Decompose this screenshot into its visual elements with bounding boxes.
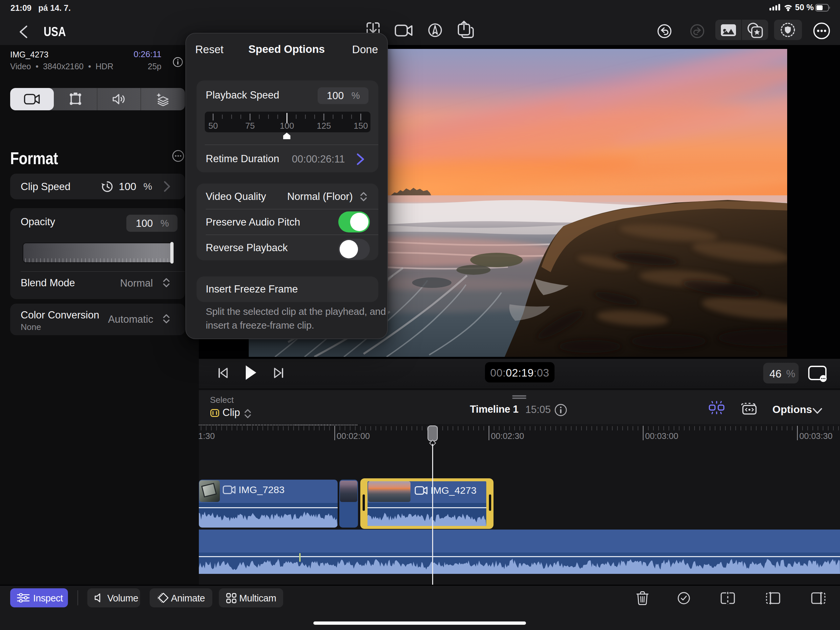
svg-text:100: 100 (280, 121, 294, 131)
svg-text:150: 150 (354, 121, 368, 131)
svg-text:50 %: 50 % (795, 3, 814, 12)
svg-text:125: 125 (317, 121, 331, 131)
svg-text:75: 75 (245, 121, 255, 131)
svg-text:50: 50 (208, 121, 218, 131)
